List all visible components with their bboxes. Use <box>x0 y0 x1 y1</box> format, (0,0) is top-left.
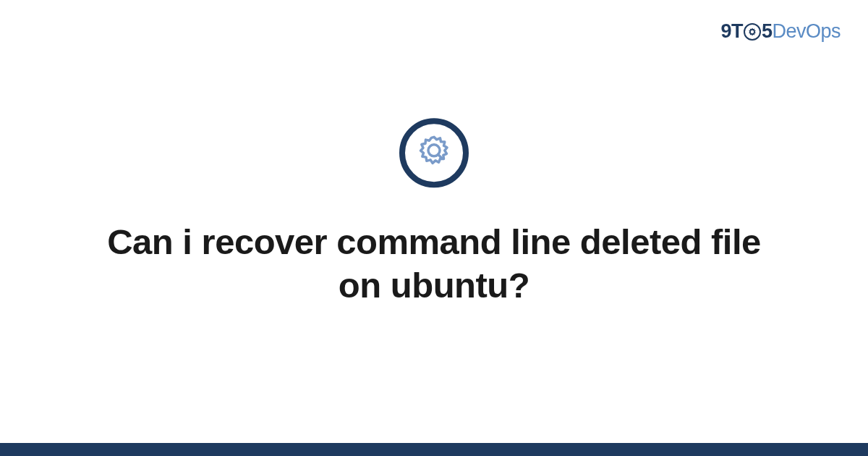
logo-text-5: 5 <box>762 20 773 43</box>
logo-text-devops: DevOps <box>772 20 841 43</box>
footer-accent-bar <box>0 443 868 456</box>
svg-point-1 <box>751 30 754 33</box>
page-title: Can i recover command line deleted file … <box>101 221 767 308</box>
main-content: Can i recover command line deleted file … <box>0 118 868 308</box>
gear-badge-icon <box>399 118 469 187</box>
logo-text-9t: 9T <box>720 20 743 43</box>
site-logo: 9T 5 DevOps <box>720 20 841 43</box>
logo-gear-icon <box>744 23 761 41</box>
